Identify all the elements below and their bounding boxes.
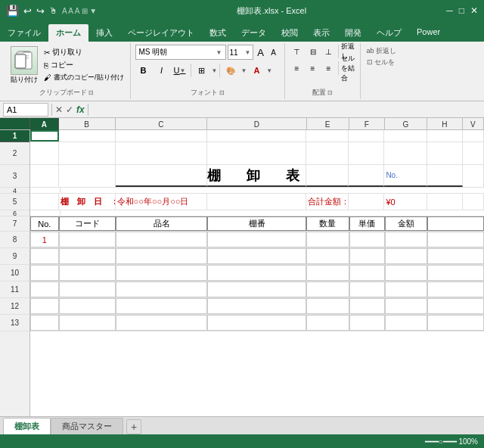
- data-cell-code-4[interactable]: [59, 282, 116, 297]
- data-cell-amount-6[interactable]: [385, 315, 427, 331]
- row-header-13[interactable]: 13: [0, 315, 29, 331]
- cell-a1[interactable]: [30, 130, 59, 142]
- data-cell-qty-4[interactable]: [306, 282, 349, 297]
- cell-c5-datevalue[interactable]: 令和○○年○○月○○日: [116, 194, 208, 210]
- data-cell-amount-5[interactable]: [385, 298, 427, 314]
- col-header-d[interactable]: D: [207, 118, 306, 130]
- tab-data[interactable]: データ: [234, 24, 274, 42]
- table-header-shelf[interactable]: 棚番: [207, 216, 306, 231]
- font-expand-icon[interactable]: ⊡: [219, 89, 225, 96]
- data-cell-extra-4[interactable]: [427, 282, 484, 297]
- cell-v2[interactable]: [463, 142, 484, 164]
- redo-icon[interactable]: ↪: [36, 5, 45, 17]
- data-cell-extra-1[interactable]: [427, 232, 484, 247]
- cell-v1[interactable]: [463, 130, 484, 142]
- data-cell-code-6[interactable]: [59, 315, 116, 331]
- italic-button[interactable]: I: [154, 63, 170, 78]
- data-cell-extra-2[interactable]: [427, 248, 484, 264]
- tab-developer[interactable]: 開発: [337, 24, 369, 42]
- data-cell-code-3[interactable]: [59, 265, 116, 281]
- align-right-button[interactable]: ≡: [321, 61, 337, 75]
- alignment-expand-icon[interactable]: ⊡: [327, 89, 333, 96]
- data-cell-no-6[interactable]: [30, 315, 59, 331]
- align-left-button[interactable]: ≡: [290, 61, 305, 75]
- data-cell-qty-2[interactable]: [306, 248, 349, 264]
- data-cell-qty-5[interactable]: [306, 298, 349, 314]
- cell-v3[interactable]: [463, 165, 484, 187]
- col-header-a[interactable]: A: [30, 118, 59, 130]
- data-cell-no-5[interactable]: [30, 298, 59, 314]
- cell-a2[interactable]: [30, 142, 59, 164]
- cell-b4-wide[interactable]: [60, 188, 439, 193]
- cell-g5-totalvalue[interactable]: ¥0: [384, 194, 427, 210]
- cell-a3[interactable]: [30, 165, 59, 187]
- cell-g1[interactable]: [384, 130, 427, 142]
- font-color-button[interactable]: A: [248, 63, 265, 78]
- cell-g3[interactable]: No.: [384, 165, 427, 187]
- cell-f5[interactable]: [349, 194, 384, 210]
- table-header-empty[interactable]: [427, 216, 484, 231]
- data-cell-unit-5[interactable]: [349, 298, 385, 314]
- font-size-dropdown[interactable]: 11 ▼: [228, 45, 253, 60]
- data-cell-amount-3[interactable]: [385, 265, 427, 281]
- formula-cancel-icon[interactable]: ✕: [55, 104, 63, 115]
- zoom-controls[interactable]: ━━━○━━━ 100%: [425, 437, 478, 446]
- format-copy-button[interactable]: 🖌 書式のコピー/貼り付け: [42, 72, 126, 83]
- cell-a5[interactable]: [30, 194, 59, 210]
- clipboard-expand-icon[interactable]: ⊡: [88, 89, 94, 96]
- cell-c3[interactable]: [116, 165, 208, 187]
- data-cell-name-1[interactable]: [116, 232, 208, 247]
- cell-h5[interactable]: [427, 194, 463, 210]
- cell-d2[interactable]: [207, 142, 306, 164]
- cell-b6-wide[interactable]: [60, 210, 439, 216]
- border-button[interactable]: ⊞: [194, 63, 210, 78]
- cell-f1[interactable]: [349, 130, 384, 142]
- row-header-8[interactable]: 8: [0, 232, 29, 248]
- data-cell-unit-4[interactable]: [349, 282, 385, 297]
- data-cell-shelf-1[interactable]: [207, 232, 306, 247]
- cell-e2[interactable]: [306, 142, 349, 164]
- data-cell-shelf-4[interactable]: [207, 282, 306, 297]
- col-header-e[interactable]: E: [307, 118, 349, 130]
- fill-color-button[interactable]: 🎨: [222, 63, 239, 78]
- cell-reference-box[interactable]: A1: [3, 103, 48, 117]
- col-header-g[interactable]: G: [385, 118, 427, 130]
- row-header-7[interactable]: 7: [0, 216, 29, 232]
- data-cell-unit-1[interactable]: [349, 232, 385, 247]
- data-cell-extra-3[interactable]: [427, 265, 484, 281]
- tab-file[interactable]: ファイル: [0, 24, 48, 42]
- paste-button[interactable]: 貼り付け: [8, 45, 41, 86]
- data-cell-qty-1[interactable]: [306, 232, 349, 247]
- align-center-button[interactable]: ≡: [306, 61, 321, 75]
- cell-e3[interactable]: [306, 165, 349, 187]
- close-icon[interactable]: ✕: [470, 5, 478, 16]
- table-header-code[interactable]: コード: [59, 216, 116, 231]
- data-cell-no-1[interactable]: 1: [30, 232, 59, 247]
- row-header-1[interactable]: 1: [0, 130, 29, 142]
- data-cell-shelf-6[interactable]: [207, 315, 306, 331]
- sheet-tab-棚卸表[interactable]: 棚卸表: [3, 418, 51, 434]
- cell-title[interactable]: 棚 卸 表: [207, 165, 306, 187]
- col-header-b[interactable]: B: [59, 118, 116, 130]
- data-cell-name-3[interactable]: [116, 265, 208, 281]
- table-header-amount[interactable]: 金額: [385, 216, 427, 231]
- tab-review[interactable]: 校閲: [274, 24, 306, 42]
- data-cell-extra-6[interactable]: [427, 315, 484, 331]
- table-header-no[interactable]: No.: [30, 216, 59, 231]
- cell-d1[interactable]: [207, 130, 306, 142]
- tab-page-layout[interactable]: ページレイアウト: [120, 24, 202, 42]
- data-cell-amount-2[interactable]: [385, 248, 427, 264]
- data-cell-code-2[interactable]: [59, 248, 116, 264]
- cell-h1[interactable]: [427, 130, 463, 142]
- data-cell-no-2[interactable]: [30, 248, 59, 264]
- data-cell-name-4[interactable]: [116, 282, 208, 297]
- cell-b2[interactable]: [59, 142, 116, 164]
- data-cell-amount-1[interactable]: [385, 232, 427, 247]
- tab-power[interactable]: Power: [409, 24, 448, 42]
- row-header-9[interactable]: 9: [0, 248, 29, 265]
- data-cell-code-1[interactable]: [59, 232, 116, 247]
- table-header-name[interactable]: 品名: [116, 216, 208, 231]
- data-cell-name-6[interactable]: [116, 315, 208, 331]
- sheet-tab-商品マスター[interactable]: 商品マスター: [51, 418, 123, 434]
- tab-formulas[interactable]: 数式: [202, 24, 234, 42]
